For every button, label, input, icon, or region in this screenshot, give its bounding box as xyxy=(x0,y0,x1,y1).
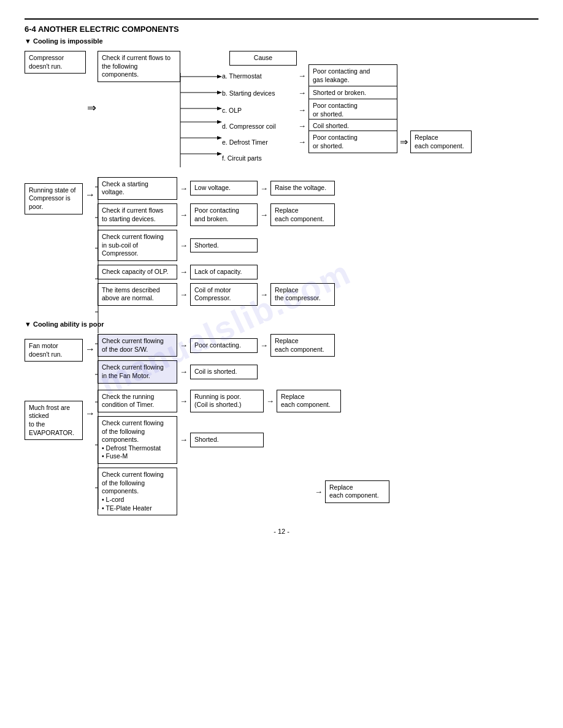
fan-row-2: Check current flowingin the Fan Motor. →… xyxy=(98,360,335,383)
run-row-4: Check capacity of OLP. → Lack of capacit… xyxy=(98,265,335,279)
svg-marker-10 xyxy=(217,120,222,124)
svg-marker-7 xyxy=(217,75,222,78)
start-box-3: Fan motordoesn't run. xyxy=(25,339,83,362)
bracket-svg-2 xyxy=(95,177,101,336)
start-box-2: Running state ofCompressor is poor. xyxy=(25,183,83,214)
svg-marker-12 xyxy=(217,152,222,156)
svg-marker-8 xyxy=(217,91,222,94)
section-cooling-ability: Cooling ability is poor Fan motordoesn't… xyxy=(25,320,538,515)
evap-row-2: Check current flowingof the followingcom… xyxy=(98,416,389,464)
run-row-2: Check if current flowsto starting device… xyxy=(98,203,335,226)
bracket-svg-4 xyxy=(95,390,101,512)
section2-title: Cooling ability is poor xyxy=(25,320,538,328)
check-box-1: Check if current flows to the following … xyxy=(98,51,180,82)
arrow-1: ⇒ xyxy=(86,101,98,115)
page-title: 6-4 ANOTHER ELECTRIC COMPONENTS xyxy=(25,18,538,34)
section1-title: Cooling is impossible xyxy=(25,37,538,45)
section-running-state: Running state ofCompressor is poor. → Ch… xyxy=(25,177,538,306)
run-row-3: Check current flowingin sub-coil ofCompr… xyxy=(98,230,335,261)
page-number: - 12 - xyxy=(25,528,538,535)
svg-marker-11 xyxy=(217,136,222,140)
run-row-5: The items describedabove are normal. → C… xyxy=(98,283,335,306)
cause-label: Cause xyxy=(229,51,297,66)
bracket-svg xyxy=(180,68,303,172)
evap-row-3: Check current flowingof the followingcom… xyxy=(98,468,389,515)
fan-row-1: Check current flowingof the door S/W. → … xyxy=(98,334,335,357)
start-box-4: Much frost are stickedto the EVAPORATOR. xyxy=(25,401,83,441)
evap-row-1: Check the runningcondition of Timer. → R… xyxy=(98,390,389,412)
section-cooling-impossible: Cooling is impossible Compressor doesn't… xyxy=(25,37,538,165)
svg-marker-9 xyxy=(217,107,222,110)
run-row-1: Check a startingvoltage. → Low voltage. … xyxy=(98,177,335,200)
start-box-1: Compressor doesn't run. xyxy=(25,51,86,74)
